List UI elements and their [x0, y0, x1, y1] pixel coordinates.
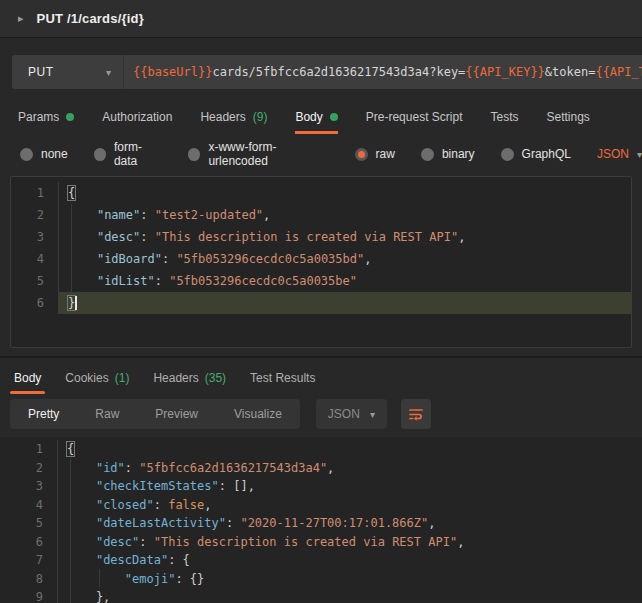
code-content: "desc": "This description is created via…	[58, 533, 642, 552]
radio-icon	[355, 148, 368, 161]
tab-label: Tests	[490, 110, 518, 124]
json-string: "This description is created via REST AP…	[154, 535, 457, 549]
tab-body[interactable]: Body	[295, 100, 337, 134]
line-number: 3	[11, 226, 59, 248]
tab-tests[interactable]: Tests	[490, 100, 518, 134]
line-number: 1	[0, 440, 58, 459]
json-punct	[67, 479, 96, 493]
json-punct: :	[140, 230, 154, 244]
response-tab-count: (35)	[205, 371, 226, 385]
url-input[interactable]: {{baseUrl}}cards/5fbfcc6a2d1636217543d3a…	[124, 55, 642, 89]
tab-label: Headers	[200, 110, 245, 124]
json-string: "This description is created via REST AP…	[155, 230, 458, 244]
json-punct: }	[68, 296, 75, 310]
body-mode-label: binary	[442, 147, 475, 161]
response-tab-body[interactable]: Body	[14, 362, 41, 393]
tab-headers[interactable]: Headers(9)	[200, 100, 267, 134]
radio-icon	[501, 148, 514, 161]
body-mode-none[interactable]: none	[20, 147, 68, 161]
request-body-editor[interactable]: 1{2 "name": "test2-updated",3 "desc": "T…	[10, 176, 632, 348]
json-key: "idBoard"	[97, 252, 162, 266]
line-number: 8	[0, 570, 58, 589]
json-key: "closed"	[96, 498, 154, 512]
tab-settings[interactable]: Settings	[547, 100, 590, 134]
response-language-label: JSON	[328, 407, 360, 421]
code-line: 1{	[11, 182, 631, 204]
view-mode-raw[interactable]: Raw	[77, 399, 137, 429]
code-content: "desc": "This description is created via…	[59, 226, 631, 248]
method-select[interactable]: PUT ▾	[12, 55, 124, 89]
request-title: PUT /1/cards/{id}	[37, 11, 144, 26]
body-mode-binary[interactable]: binary	[421, 147, 475, 161]
view-mode-preview[interactable]: Preview	[137, 399, 216, 429]
line-number: 7	[0, 551, 58, 570]
response-body-editor[interactable]: 1{2 "id": "5fbfcc6a2d1636217543d3a4",3 "…	[0, 437, 642, 603]
json-punct: ,	[204, 498, 211, 512]
json-string: "5fbfcc6a2d1636217543d3a4"	[139, 461, 327, 475]
code-content: {	[58, 440, 642, 459]
code-line: 2 "id": "5fbfcc6a2d1636217543d3a4",	[0, 459, 642, 478]
line-number: 5	[11, 270, 59, 292]
json-punct: :	[140, 208, 154, 222]
response-tab-test-results[interactable]: Test Results	[250, 362, 315, 393]
response-tab-label: Test Results	[250, 371, 315, 385]
json-string: "5fb053296cecdc0c5a0035be"	[169, 274, 357, 288]
url-variable: {{API_KEY}}	[465, 65, 544, 79]
code-content: "checkItemStates": [],	[58, 477, 642, 496]
json-punct: ,	[364, 252, 371, 266]
json-punct: },	[67, 590, 110, 603]
json-punct	[67, 553, 96, 567]
expand-chevron-icon[interactable]: ▸	[18, 12, 24, 25]
line-number: 4	[11, 248, 59, 270]
tab-pre-request-script[interactable]: Pre-request Script	[366, 100, 463, 134]
wrap-lines-button[interactable]	[401, 399, 431, 429]
json-string: "2020-11-27T00:17:01.866Z"	[240, 516, 428, 530]
json-punct: ,	[327, 461, 334, 475]
json-punct: :	[154, 498, 168, 512]
json-punct: :	[226, 516, 240, 530]
code-line: 3 "checkItemStates": [],	[0, 477, 642, 496]
json-key: "id"	[96, 461, 125, 475]
json-punct	[68, 208, 97, 222]
tab-params[interactable]: Params	[18, 100, 74, 134]
code-line: 5 "dateLastActivity": "2020-11-27T00:17:…	[0, 514, 642, 533]
code-content: "descData": {	[58, 551, 642, 570]
body-mode-x-www-form-urlencoded[interactable]: x-www-form-urlencoded	[188, 140, 328, 168]
json-string: "test2-updated"	[155, 208, 263, 222]
json-key: "checkItemStates"	[96, 479, 219, 493]
response-tab-cookies[interactable]: Cookies(1)	[65, 362, 129, 393]
body-mode-label: form-data	[114, 140, 162, 168]
raw-language-select[interactable]: JSON▾	[597, 147, 642, 161]
url-variable: {{baseUrl}}	[133, 65, 212, 79]
line-number: 4	[0, 496, 58, 515]
body-mode-label: GraphQL	[522, 147, 571, 161]
view-mode-visualize[interactable]: Visualize	[216, 399, 300, 429]
response-tab-headers[interactable]: Headers(35)	[153, 362, 226, 393]
response-language-select[interactable]: JSON ▾	[316, 399, 387, 429]
json-punct: ,	[457, 535, 464, 549]
indent-guide	[71, 204, 72, 292]
radio-icon	[421, 148, 434, 161]
green-dot-icon	[330, 113, 338, 121]
chevron-down-icon: ▾	[370, 409, 375, 420]
code-line: 7 "descData": {	[0, 551, 642, 570]
tab-authorization[interactable]: Authorization	[102, 100, 172, 134]
tab-label: Body	[295, 110, 322, 124]
pane-splitter[interactable]	[0, 356, 642, 358]
request-tabs: ParamsAuthorizationHeaders(9)BodyPre-req…	[0, 100, 642, 134]
json-punct: : {	[168, 553, 190, 567]
json-key: "desc"	[97, 230, 140, 244]
body-mode-raw[interactable]: raw	[355, 147, 395, 161]
body-mode-form-data[interactable]: form-data	[94, 140, 162, 168]
response-tab-label: Cookies	[65, 371, 108, 385]
code-line: 8 "emoji": {}	[0, 570, 642, 589]
json-key: "idList"	[97, 274, 155, 288]
view-mode-pretty[interactable]: Pretty	[10, 399, 77, 429]
code-content: },	[58, 588, 642, 603]
json-punct: :	[139, 535, 153, 549]
json-punct	[67, 461, 96, 475]
json-key: "desc"	[96, 535, 139, 549]
code-line: 9 },	[0, 588, 642, 603]
view-mode-segments: PrettyRawPreviewVisualize	[10, 399, 300, 429]
body-mode-graphql[interactable]: GraphQL	[501, 147, 571, 161]
